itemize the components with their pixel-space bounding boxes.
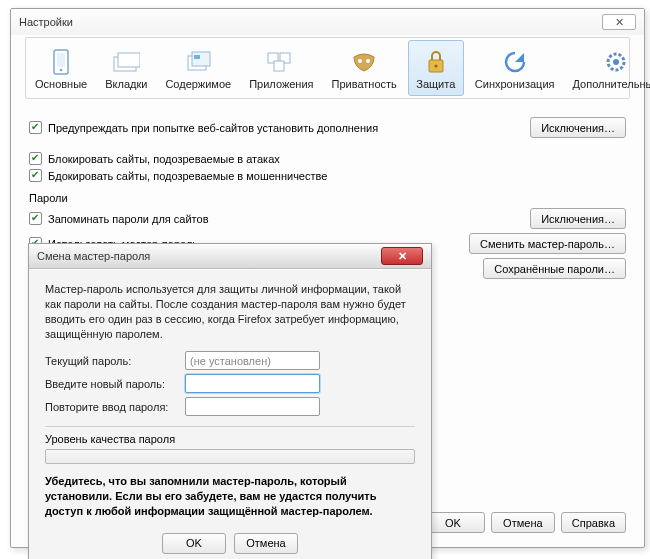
settings-footer: OK Отмена Справка [421,512,626,533]
tab-label: Приватность [332,78,397,90]
tab-general[interactable]: Основные [28,40,94,96]
password-quality-meter [45,449,415,464]
passwords-section-label: Пароли [29,192,626,204]
checkbox-block-fraud[interactable] [29,169,42,182]
repeat-password-input[interactable] [185,397,320,416]
svg-point-14 [434,64,437,67]
gear-icon [602,48,630,76]
label-block-fraud: Бдокировать сайты, подозреваемые в мошен… [48,170,327,182]
label-remember-passwords: Запоминать пароли для сайтов [48,213,209,225]
quality-label: Уровень качества пароля [45,433,415,445]
tab-applications[interactable]: Приложения [242,40,320,96]
addons-exceptions-button[interactable]: Исключения… [530,117,626,138]
change-master-dialog: Смена мастер-пароля ✕ Мастер-пароль испо… [28,243,432,559]
tab-content[interactable]: Содержимое [158,40,238,96]
apps-icon [267,48,295,76]
tab-label: Синхронизация [475,78,555,90]
new-password-input[interactable] [185,374,320,393]
dialog-cancel-button[interactable]: Отмена [234,533,298,554]
tab-security[interactable]: Защита [408,40,464,96]
repeat-password-label: Повторите ввод пароля: [45,401,185,413]
svg-rect-1 [57,53,65,67]
tab-label: Дополнительные [572,78,650,90]
svg-rect-4 [118,53,140,67]
tab-label: Содержимое [165,78,231,90]
checkbox-remember-passwords[interactable] [29,212,42,225]
label-block-attack: Блокировать сайты, подозреваемые в атака… [48,153,280,165]
dialog-body: Мастер-пароль используется для защиты ли… [29,269,431,559]
lock-icon [422,48,450,76]
svg-point-2 [60,68,63,71]
new-password-label: Введите новый пароль: [45,378,185,390]
settings-titlebar: Настройки ✕ [11,9,644,35]
svg-rect-10 [274,61,284,71]
saved-passwords-button[interactable]: Сохранённые пароли… [483,258,626,279]
divider [45,426,415,427]
tab-advanced[interactable]: Дополнительные [565,40,650,96]
mask-icon [350,48,378,76]
cancel-button[interactable]: Отмена [491,512,555,533]
dialog-ok-button[interactable]: OK [162,533,226,554]
checkbox-block-attack[interactable] [29,152,42,165]
svg-point-12 [366,59,370,63]
dialog-buttons: OK Отмена [45,533,415,554]
tab-label: Приложения [249,78,313,90]
label-warn-install: Предупреждать при попытке веб-сайтов уст… [48,122,378,134]
svg-rect-7 [194,55,200,59]
dialog-warning: Убедитесь, что вы запомнили мастер-парол… [45,474,415,519]
current-password-input[interactable] [185,351,320,370]
phone-icon [47,48,75,76]
content-icon [184,48,212,76]
help-button[interactable]: Справка [561,512,626,533]
current-password-label: Текущий пароль: [45,355,185,367]
change-master-button[interactable]: Сменить мастер-пароль… [469,233,626,254]
tab-tabs[interactable]: Вкладки [98,40,154,96]
settings-toolbar: Основные Вкладки Содержимое Приложения П… [25,37,630,99]
tab-sync[interactable]: Синхронизация [468,40,562,96]
tab-label: Основные [35,78,87,90]
passwords-exceptions-button[interactable]: Исключения… [530,208,626,229]
tabs-icon [112,48,140,76]
svg-point-16 [613,59,619,65]
settings-title: Настройки [19,16,73,28]
close-icon[interactable]: ✕ [602,14,636,30]
close-icon[interactable]: ✕ [381,247,423,265]
tab-privacy[interactable]: Приватность [325,40,404,96]
svg-point-11 [358,59,362,63]
checkbox-warn-install[interactable] [29,121,42,134]
tab-label: Вкладки [105,78,147,90]
dialog-titlebar: Смена мастер-пароля ✕ [29,244,431,269]
sync-icon [501,48,529,76]
tab-label: Защита [416,78,455,90]
dialog-title: Смена мастер-пароля [37,250,150,262]
dialog-description: Мастер-пароль используется для защиты ли… [45,282,415,341]
